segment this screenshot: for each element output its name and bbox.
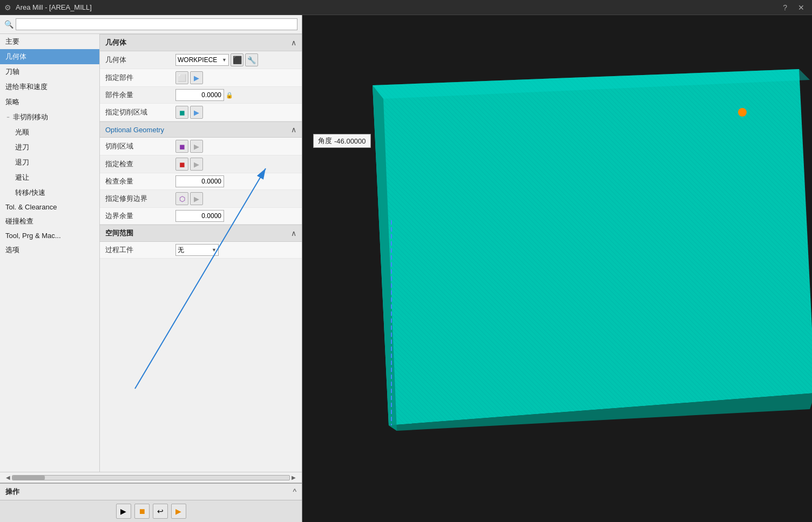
- check-allowance-input[interactable]: [175, 175, 224, 187]
- nav-item-celue[interactable]: 策略: [0, 94, 99, 110]
- row-geometry-select: 几何体 WORKPIECE ⬛ 🔧: [100, 51, 302, 69]
- collapse-icon: －: [5, 113, 11, 121]
- scroll-left-btn[interactable]: ◀: [4, 474, 12, 480]
- nav-item-toolprg[interactable]: Tool, Prg & Mac...: [0, 229, 99, 242]
- controls-check-allowance: [175, 175, 296, 187]
- geometry-add-btn[interactable]: ⬛: [231, 53, 243, 66]
- scrollbar-area: ◀ ▶: [0, 472, 302, 483]
- row-specify-part: 指定部件 ⬜ ▶: [100, 69, 302, 87]
- row-specify-cut-area: 指定切削区域 ◼ ▶: [100, 104, 302, 121]
- scrollbar-track[interactable]: [12, 475, 290, 480]
- workpiece-select-wrapper[interactable]: WORKPIECE: [175, 54, 229, 66]
- close-button[interactable]: ✕: [795, 3, 808, 12]
- section-geometry-collapse[interactable]: ∧: [291, 38, 296, 47]
- section-spatial-collapse[interactable]: ∧: [291, 229, 296, 238]
- controls-process-workpiece: 无: [175, 244, 296, 256]
- window-title: Area Mill - [AREA_MILL]: [16, 3, 775, 11]
- action-btn-4[interactable]: ▶: [171, 504, 186, 519]
- process-workpiece-select-wrapper[interactable]: 无: [175, 244, 219, 256]
- nav-item-xuanxiang[interactable]: 选项: [0, 242, 99, 257]
- left-panel: 🔍 主要 几何体 刀轴 进给率和速度 策略 － 非切削移动 光顺 进刀 退刀 避…: [0, 15, 302, 522]
- nav-item-zhuyao[interactable]: 主要: [0, 34, 99, 49]
- row-specify-check: 指定检查 ◼ ▶: [100, 155, 302, 173]
- process-workpiece-select[interactable]: 无: [175, 244, 219, 256]
- search-input[interactable]: [16, 18, 297, 30]
- row-part-allowance: 部件余量 🔒: [100, 87, 302, 104]
- nav-group-feiqiege[interactable]: － 非切削移动: [0, 110, 99, 125]
- row-check-allowance: 检查余量: [100, 173, 302, 190]
- check-gray-arrow-icon: ▶: [194, 160, 199, 168]
- label-specify-trim: 指定修剪边界: [105, 194, 175, 204]
- nav-item-jindao[interactable]: 进刀: [0, 140, 99, 155]
- part-cube-btn[interactable]: ⬜: [175, 71, 188, 84]
- gray-arrow-icon: ▶: [194, 143, 199, 151]
- controls-cut-zone: ◼ ▶: [175, 140, 296, 153]
- controls-specify-part: ⬜ ▶: [175, 71, 296, 84]
- orange-dot: [738, 108, 747, 117]
- content-area: 几何体 ∧ 几何体 WORKPIECE ⬛: [100, 34, 302, 472]
- cut-zone-arrow-btn[interactable]: ▶: [190, 140, 203, 153]
- action-btn-2[interactable]: ⏹: [134, 504, 150, 519]
- label-check-allowance: 检查余量: [105, 177, 175, 186]
- nav-item-pengzhuang[interactable]: 碰撞检查: [0, 214, 99, 229]
- app-icon: ⚙: [4, 3, 11, 12]
- label-process-workpiece: 过程工件: [105, 245, 175, 255]
- boundary-allowance-input[interactable]: [175, 210, 224, 222]
- trim-boundary-btn[interactable]: ⬡: [175, 192, 188, 205]
- section-optional-title: Optional Geometry: [105, 126, 164, 134]
- section-spatial-header: 空间范围 ∧: [100, 225, 302, 242]
- section-optional-header: Optional Geometry ∧: [100, 121, 302, 138]
- trim-gray-arrow-icon: ▶: [194, 195, 199, 203]
- section-optional-collapse[interactable]: ∧: [291, 125, 296, 134]
- scrollbar-thumb[interactable]: [12, 476, 45, 480]
- nav-item-bizhi[interactable]: 避让: [0, 170, 99, 185]
- geometry-wrench-btn[interactable]: 🔧: [245, 53, 258, 66]
- cut-area-arrow-btn[interactable]: ▶: [190, 106, 203, 119]
- scroll-right-btn[interactable]: ▶: [290, 474, 297, 480]
- part-arrow-btn[interactable]: ▶: [190, 71, 203, 84]
- action-btn-1[interactable]: ▶: [116, 504, 131, 519]
- row-boundary-allowance: 边界余量: [100, 208, 302, 225]
- row-process-workpiece: 过程工件 无: [100, 242, 302, 259]
- cut-area-face-btn[interactable]: ◼: [175, 106, 188, 119]
- controls-specify-check: ◼ ▶: [175, 158, 296, 171]
- blue-arrow-icon: ▶: [194, 74, 199, 82]
- nav-item-tuidao[interactable]: 退刀: [0, 155, 99, 170]
- lock-icon: 🔒: [226, 92, 233, 99]
- label-jiheti: 几何体: [105, 55, 175, 65]
- row-specify-trim: 指定修剪边界 ⬡ ▶: [100, 190, 302, 208]
- nav-sidebar: 主要 几何体 刀轴 进给率和速度 策略 － 非切削移动 光顺 进刀 退刀 避让 …: [0, 34, 100, 472]
- title-bar: ⚙ Area Mill - [AREA_MILL] ? ✕: [0, 0, 812, 15]
- controls-specify-trim: ⬡ ▶: [175, 192, 296, 205]
- label-specify-part: 指定部件: [105, 73, 175, 83]
- part-allowance-input[interactable]: [175, 89, 224, 101]
- viewport: 角度 -46.00000: [302, 15, 812, 522]
- blue-arrow2-icon: ▶: [194, 109, 199, 117]
- nav-item-zhuanyi[interactable]: 转移/快速: [0, 185, 99, 200]
- bottom-collapse-btn[interactable]: ^: [293, 487, 296, 496]
- help-button[interactable]: ?: [780, 3, 790, 12]
- action-btn-3[interactable]: ↩: [153, 504, 168, 519]
- nav-item-dazhou[interactable]: 刀轴: [0, 64, 99, 79]
- action-bar: ▶ ⏹ ↩ ▶: [0, 500, 302, 522]
- row-cut-zone: 切削区域 ◼ ▶: [100, 138, 302, 155]
- controls-boundary-allowance: [175, 210, 296, 222]
- label-cut-zone: 切削区域: [105, 141, 175, 151]
- wrench-icon: 🔧: [247, 56, 256, 64]
- nav-item-tol[interactable]: Tol. & Clearance: [0, 200, 99, 214]
- nav-item-jiheti[interactable]: 几何体: [0, 49, 99, 64]
- bottom-title: 操作: [5, 487, 289, 497]
- orange-cube-icon: ⬛: [233, 56, 242, 64]
- viewport-3d-svg: [302, 15, 812, 522]
- workpiece-select[interactable]: WORKPIECE: [175, 54, 229, 66]
- panel-body: 主要 几何体 刀轴 进给率和速度 策略 － 非切削移动 光顺 进刀 退刀 避让 …: [0, 34, 302, 472]
- cut-zone-face-btn[interactable]: ◼: [175, 140, 188, 153]
- check-solid-btn[interactable]: ◼: [175, 158, 188, 171]
- label-part-allowance: 部件余量: [105, 90, 175, 100]
- nav-item-jinjingv[interactable]: 进给率和速度: [0, 79, 99, 94]
- nav-item-guangshun[interactable]: 光顺: [0, 125, 99, 140]
- label-specify-check: 指定检查: [105, 159, 175, 169]
- trim-arrow-btn[interactable]: ▶: [190, 192, 203, 205]
- search-bar: 🔍: [0, 15, 302, 34]
- check-arrow-btn[interactable]: ▶: [190, 158, 203, 171]
